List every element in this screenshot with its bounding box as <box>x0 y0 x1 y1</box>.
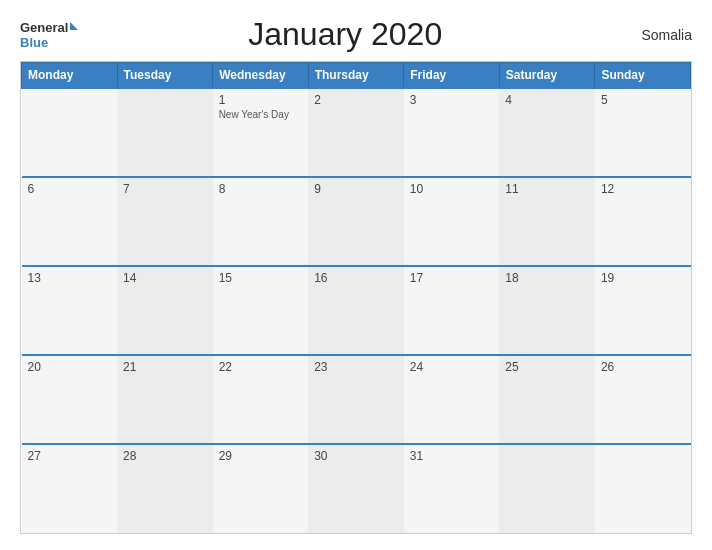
day-cell-w2-d4: 9 <box>308 177 404 266</box>
calendar-grid: Monday Tuesday Wednesday Thursday Friday… <box>20 61 692 534</box>
week-row-3: 13141516171819 <box>22 266 691 355</box>
logo-blue-text: Blue <box>20 35 48 50</box>
day-cell-w5-d7 <box>595 444 691 533</box>
logo-line: General <box>20 20 78 35</box>
day-cell-w2-d3: 8 <box>213 177 309 266</box>
day-cell-w4-d7: 26 <box>595 355 691 444</box>
day-cell-w5-d4: 30 <box>308 444 404 533</box>
day-cell-w1-d2 <box>117 88 213 177</box>
day-cell-w3-d5: 17 <box>404 266 500 355</box>
day-number: 22 <box>219 360 303 374</box>
day-number: 31 <box>410 449 494 463</box>
day-number: 11 <box>505 182 589 196</box>
day-cell-w4-d6: 25 <box>499 355 595 444</box>
header-thursday: Thursday <box>308 63 404 89</box>
day-cell-w1-d7: 5 <box>595 88 691 177</box>
day-cell-w3-d4: 16 <box>308 266 404 355</box>
calendar-table: Monday Tuesday Wednesday Thursday Friday… <box>21 62 691 533</box>
day-number: 10 <box>410 182 494 196</box>
day-cell-w3-d6: 18 <box>499 266 595 355</box>
day-number: 18 <box>505 271 589 285</box>
day-cell-w1-d3: 1New Year's Day <box>213 88 309 177</box>
day-number: 19 <box>601 271 685 285</box>
day-number: 3 <box>410 93 494 107</box>
header-monday: Monday <box>22 63 118 89</box>
day-number: 13 <box>28 271 112 285</box>
day-number: 8 <box>219 182 303 196</box>
day-number: 28 <box>123 449 207 463</box>
day-cell-w5-d6 <box>499 444 595 533</box>
day-cell-w3-d1: 13 <box>22 266 118 355</box>
day-cell-w1-d6: 4 <box>499 88 595 177</box>
week-row-1: 1New Year's Day2345 <box>22 88 691 177</box>
day-cell-w2-d5: 10 <box>404 177 500 266</box>
logo-triangle-icon <box>70 22 78 30</box>
days-header-row: Monday Tuesday Wednesday Thursday Friday… <box>22 63 691 89</box>
day-cell-w2-d2: 7 <box>117 177 213 266</box>
day-cell-w1-d4: 2 <box>308 88 404 177</box>
day-number: 30 <box>314 449 398 463</box>
day-number: 5 <box>601 93 685 107</box>
country-label: Somalia <box>612 27 692 43</box>
header-tuesday: Tuesday <box>117 63 213 89</box>
day-number: 2 <box>314 93 398 107</box>
day-number: 7 <box>123 182 207 196</box>
header-friday: Friday <box>404 63 500 89</box>
day-cell-w4-d1: 20 <box>22 355 118 444</box>
day-number: 20 <box>28 360 112 374</box>
week-row-5: 2728293031 <box>22 444 691 533</box>
day-cell-w4-d5: 24 <box>404 355 500 444</box>
day-cell-w5-d5: 31 <box>404 444 500 533</box>
day-cell-w1-d1 <box>22 88 118 177</box>
day-number: 16 <box>314 271 398 285</box>
day-number: 29 <box>219 449 303 463</box>
header-saturday: Saturday <box>499 63 595 89</box>
calendar-title: January 2020 <box>78 16 612 53</box>
day-number: 14 <box>123 271 207 285</box>
day-cell-w2-d7: 12 <box>595 177 691 266</box>
logo: General Blue <box>20 20 78 50</box>
day-number: 15 <box>219 271 303 285</box>
day-cell-w3-d3: 15 <box>213 266 309 355</box>
calendar-page: General Blue January 2020 Somalia Monday… <box>0 0 712 550</box>
day-number: 25 <box>505 360 589 374</box>
day-number: 1 <box>219 93 303 107</box>
day-number: 6 <box>28 182 112 196</box>
day-cell-w4-d4: 23 <box>308 355 404 444</box>
day-cell-w5-d3: 29 <box>213 444 309 533</box>
day-number: 12 <box>601 182 685 196</box>
day-number: 4 <box>505 93 589 107</box>
header-wednesday: Wednesday <box>213 63 309 89</box>
day-cell-w3-d2: 14 <box>117 266 213 355</box>
logo-general-text: General <box>20 20 68 35</box>
day-number: 17 <box>410 271 494 285</box>
day-cell-w2-d6: 11 <box>499 177 595 266</box>
day-cell-w1-d5: 3 <box>404 88 500 177</box>
day-cell-w5-d2: 28 <box>117 444 213 533</box>
day-number: 27 <box>28 449 112 463</box>
day-cell-w4-d3: 22 <box>213 355 309 444</box>
day-cell-w2-d1: 6 <box>22 177 118 266</box>
day-number: 26 <box>601 360 685 374</box>
header-sunday: Sunday <box>595 63 691 89</box>
day-number: 24 <box>410 360 494 374</box>
day-event: New Year's Day <box>219 109 303 120</box>
calendar-body: 1New Year's Day2345678910111213141516171… <box>22 88 691 533</box>
week-row-2: 6789101112 <box>22 177 691 266</box>
day-number: 21 <box>123 360 207 374</box>
day-number: 23 <box>314 360 398 374</box>
day-cell-w5-d1: 27 <box>22 444 118 533</box>
day-cell-w4-d2: 21 <box>117 355 213 444</box>
header: General Blue January 2020 Somalia <box>20 16 692 53</box>
day-cell-w3-d7: 19 <box>595 266 691 355</box>
day-number: 9 <box>314 182 398 196</box>
week-row-4: 20212223242526 <box>22 355 691 444</box>
